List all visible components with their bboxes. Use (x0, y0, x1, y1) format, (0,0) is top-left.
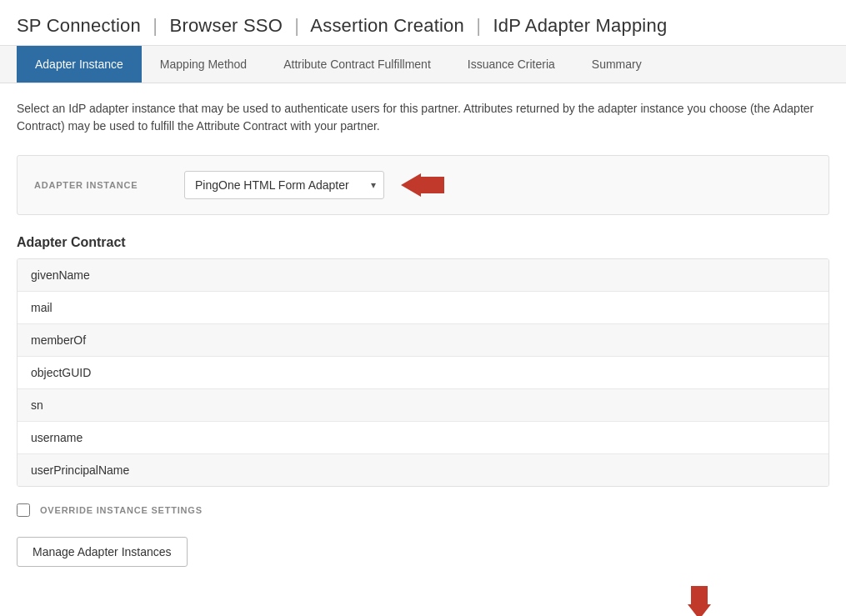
adapter-contract-section: Adapter Contract givenName mail memberOf… (17, 235, 829, 487)
list-item: givenName (18, 259, 828, 292)
list-item: username (18, 422, 828, 454)
breadcrumb-part-1: SP Connection (17, 15, 141, 36)
description-text: Select an IdP adapter instance that may … (17, 100, 829, 135)
adapter-instance-select[interactable]: PingOne HTML Form Adapter Other Adapter (184, 171, 384, 199)
breadcrumb-part-4: IdP Adapter Mapping (493, 15, 667, 36)
contract-list: givenName mail memberOf objectGUID sn us… (17, 258, 829, 487)
manage-adapter-instances-button[interactable]: Manage Adapter Instances (17, 537, 188, 567)
page-header: SP Connection | Browser SSO | Assertion … (0, 0, 846, 46)
separator-1: | (153, 15, 158, 36)
tabs-bar: Adapter Instance Mapping Method Attribut… (0, 46, 846, 83)
override-settings-label: OVERRIDE INSTANCE SETTINGS (40, 505, 203, 515)
list-item: userPrincipalName (18, 454, 828, 486)
list-item: memberOf (18, 324, 828, 357)
red-arrow-down-icon (688, 586, 711, 616)
separator-3: | (476, 15, 481, 36)
override-settings-checkbox[interactable] (17, 503, 30, 517)
content-area: Select an IdP adapter instance that may … (0, 83, 846, 608)
tab-summary[interactable]: Summary (573, 46, 660, 83)
tab-issuance-criteria[interactable]: Issuance Criteria (449, 46, 573, 83)
list-item: sn (18, 389, 828, 422)
breadcrumb-part-2: Browser SSO (170, 15, 283, 36)
list-item: objectGUID (18, 357, 828, 389)
red-arrow-left-icon (401, 173, 444, 197)
adapter-instance-label: ADAPTER INSTANCE (34, 180, 168, 190)
override-settings-row: OVERRIDE INSTANCE SETTINGS (17, 503, 829, 517)
tab-attribute-contract[interactable]: Attribute Contract Fulfillment (265, 46, 449, 83)
adapter-select-wrapper: PingOne HTML Form Adapter Other Adapter … (184, 171, 444, 199)
adapter-contract-title: Adapter Contract (17, 235, 829, 250)
breadcrumb: SP Connection | Browser SSO | Assertion … (17, 15, 829, 37)
adapter-instance-section: ADAPTER INSTANCE PingOne HTML Form Adapt… (17, 155, 829, 215)
tab-mapping-method[interactable]: Mapping Method (142, 46, 265, 83)
tab-adapter-instance[interactable]: Adapter Instance (17, 46, 142, 83)
list-item: mail (18, 292, 828, 324)
svg-marker-1 (688, 586, 711, 616)
separator-2: | (294, 15, 299, 36)
breadcrumb-part-3: Assertion Creation (310, 15, 464, 36)
svg-marker-0 (401, 173, 444, 197)
